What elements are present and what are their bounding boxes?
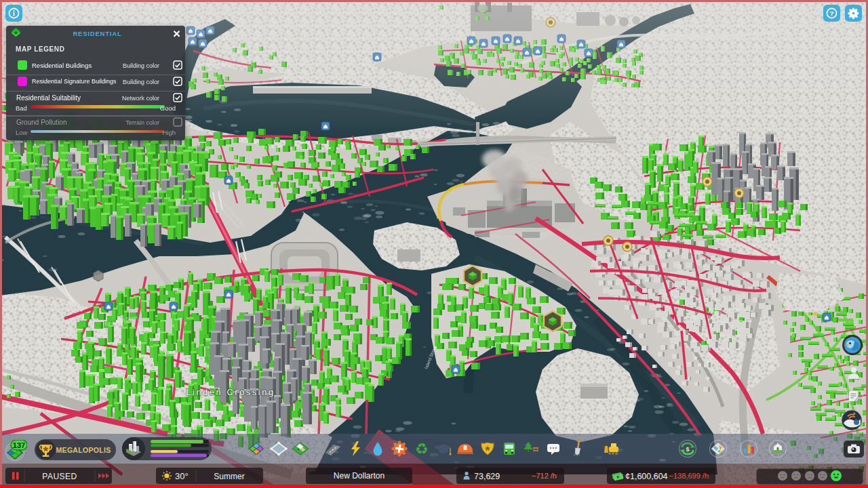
svg-text:73,629: 73,629 xyxy=(474,472,500,481)
svg-text:−712 /h: −712 /h xyxy=(532,472,557,480)
svg-text:PAUSED: PAUSED xyxy=(42,472,77,481)
svg-text:137: 137 xyxy=(13,441,25,449)
svg-text:MEGALOPOLIS: MEGALOPOLIS xyxy=(56,446,111,454)
svg-text:¢1,600,604: ¢1,600,604 xyxy=(625,472,668,481)
svg-text:−138,699 /h: −138,699 /h xyxy=(669,472,709,480)
svg-text:♻: ♻ xyxy=(415,441,429,458)
svg-text:?: ? xyxy=(829,9,833,17)
svg-text:$: $ xyxy=(686,446,689,453)
svg-text:30°: 30° xyxy=(175,471,189,481)
svg-text:Summer: Summer xyxy=(214,472,244,481)
